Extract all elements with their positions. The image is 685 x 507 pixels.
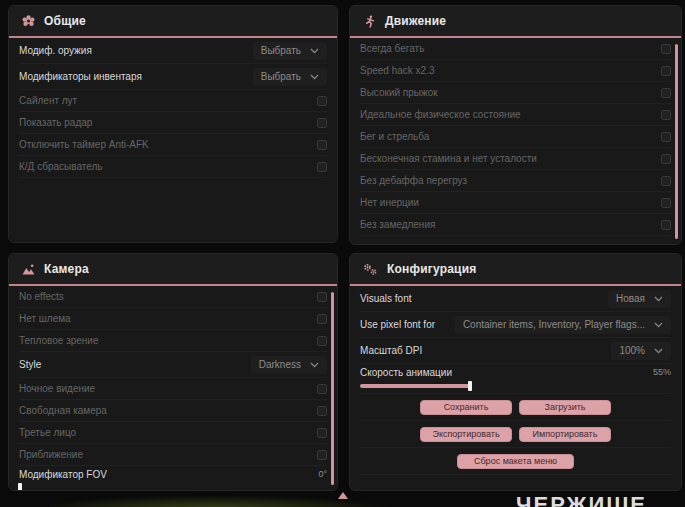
row-label: Идеальное физическое состояние bbox=[360, 109, 521, 120]
picture-icon bbox=[22, 263, 35, 276]
row-label: Style bbox=[19, 359, 41, 370]
settings-row: Speed hack x2.3 bbox=[360, 60, 671, 82]
row-label: Скорость анимации bbox=[360, 367, 452, 378]
checkbox[interactable] bbox=[661, 88, 671, 98]
settings-row: Бесконечная стамина и нет усталости bbox=[360, 148, 671, 170]
checkbox[interactable] bbox=[661, 220, 671, 230]
checkbox[interactable] bbox=[661, 110, 671, 120]
export-button[interactable]: Экспортировать bbox=[420, 427, 512, 442]
reset-menu-layout-button[interactable]: Сброс макета меню bbox=[457, 454, 574, 469]
import-button[interactable]: Импортировать bbox=[519, 427, 611, 442]
gears-icon bbox=[363, 263, 378, 276]
row-label: Бег и стрельба bbox=[360, 131, 429, 142]
row-label: No effects bbox=[19, 291, 64, 302]
slider-handle[interactable] bbox=[18, 483, 22, 492]
panel-general: Общие Модиф. оружияВыбратьМодификаторы и… bbox=[8, 5, 338, 243]
checkbox[interactable] bbox=[317, 428, 327, 438]
settings-row: Показать радар bbox=[19, 112, 327, 134]
slider-row: Скорость анимации55% bbox=[360, 364, 671, 394]
checkbox[interactable] bbox=[317, 96, 327, 106]
row-label: Тепловое зрение bbox=[19, 335, 99, 346]
panel-configuration-header: Конфигурация bbox=[350, 254, 681, 284]
slider-value: 0° bbox=[318, 469, 327, 479]
save-button[interactable]: Сохранить bbox=[420, 400, 512, 415]
slider-handle[interactable] bbox=[468, 381, 472, 391]
pink-triangle-cursor-icon bbox=[338, 492, 348, 499]
settings-row: Без дебаффа перегруз bbox=[360, 170, 671, 192]
scrollbar[interactable] bbox=[331, 292, 334, 485]
dropdown[interactable]: Darkness bbox=[251, 356, 327, 374]
panel-title: Общие bbox=[44, 14, 86, 28]
runner-icon bbox=[363, 15, 376, 28]
game-background-strip: ЧЕРЖИШЕ bbox=[0, 491, 685, 507]
row-label: Отключить таймер Anti-AFK bbox=[19, 139, 149, 150]
button-row: СохранитьЗагрузить bbox=[360, 394, 671, 421]
settings-row: Без замедления bbox=[360, 214, 671, 236]
panel-title: Движение bbox=[385, 14, 446, 28]
background-glow bbox=[50, 494, 410, 507]
scrollbar[interactable] bbox=[675, 44, 678, 239]
checkbox[interactable] bbox=[317, 336, 327, 346]
checkbox[interactable] bbox=[661, 154, 671, 164]
settings-row: StyleDarkness bbox=[19, 352, 327, 378]
panel-configuration: Конфигурация Visuals fontНоваяUse pixel … bbox=[349, 253, 682, 491]
checkbox[interactable] bbox=[317, 162, 327, 172]
row-label: Высокий прыжок bbox=[360, 87, 438, 98]
dropdown[interactable]: Container items, Inventory, Player flags… bbox=[455, 316, 671, 334]
flower-icon bbox=[22, 15, 35, 28]
row-label: Speed hack x2.3 bbox=[360, 65, 435, 76]
checkbox[interactable] bbox=[317, 384, 327, 394]
row-label: Третье лицо bbox=[19, 427, 76, 438]
row-label: Масштаб DPI bbox=[360, 345, 422, 356]
slider[interactable] bbox=[19, 483, 219, 492]
checkbox[interactable] bbox=[317, 314, 327, 324]
checkbox[interactable] bbox=[317, 406, 327, 416]
settings-row: Сайлент лут bbox=[19, 90, 327, 112]
row-label: Модиф. оружия bbox=[19, 45, 92, 56]
checkbox[interactable] bbox=[661, 44, 671, 54]
slider-row: Модификатор FOV0° bbox=[19, 466, 327, 491]
panel-title: Конфигурация bbox=[387, 262, 476, 276]
panel-camera: Камера No effectsНет шлемаТепловое зрени… bbox=[8, 253, 338, 491]
dropdown[interactable]: Выбрать bbox=[253, 68, 327, 86]
row-label: Модификаторы инвентаря bbox=[19, 71, 142, 82]
panel-camera-header: Камера bbox=[9, 254, 337, 284]
dropdown[interactable]: Новая bbox=[608, 290, 671, 308]
settings-row: Нет шлема bbox=[19, 308, 327, 330]
checkbox[interactable] bbox=[317, 292, 327, 302]
dropdown[interactable]: 100% bbox=[611, 342, 671, 360]
panel-general-header: Общие bbox=[9, 6, 337, 36]
load-button[interactable]: Загрузить bbox=[519, 400, 611, 415]
row-label: Нет шлема bbox=[19, 313, 71, 324]
settings-row: Масштаб DPI100% bbox=[360, 338, 671, 364]
panel-movement: Движение Всегда бегатьSpeed hack x2.3Выс… bbox=[349, 5, 682, 245]
row-label: Показать радар bbox=[19, 117, 92, 128]
checkbox[interactable] bbox=[661, 66, 671, 76]
slider[interactable] bbox=[360, 381, 560, 391]
row-label: Без замедления bbox=[360, 219, 435, 230]
settings-row: Ночное видение bbox=[19, 378, 327, 400]
chevron-down-icon bbox=[310, 48, 319, 54]
settings-row: Свободная камера bbox=[19, 400, 327, 422]
settings-row: Модиф. оружияВыбрать bbox=[19, 38, 327, 64]
checkbox[interactable] bbox=[317, 140, 327, 150]
row-label: Свободная камера bbox=[19, 405, 107, 416]
chevron-down-icon bbox=[654, 322, 663, 328]
panel-movement-header: Движение bbox=[350, 6, 681, 36]
row-label: Без дебаффа перегруз bbox=[360, 175, 467, 186]
dropdown[interactable]: Выбрать bbox=[253, 42, 327, 60]
settings-row: Use pixel font forContainer items, Inven… bbox=[360, 312, 671, 338]
chevron-down-icon bbox=[654, 296, 663, 302]
settings-row: Идеальное физическое состояние bbox=[360, 104, 671, 126]
settings-row: Модификаторы инвентаряВыбрать bbox=[19, 64, 327, 90]
checkbox[interactable] bbox=[661, 132, 671, 142]
checkbox[interactable] bbox=[317, 450, 327, 460]
chevron-down-icon bbox=[654, 348, 663, 354]
row-label: Модификатор FOV bbox=[19, 469, 107, 480]
checkbox[interactable] bbox=[661, 176, 671, 186]
row-label: Бесконечная стамина и нет усталости bbox=[360, 153, 537, 164]
checkbox[interactable] bbox=[661, 198, 671, 208]
panel-title: Камера bbox=[44, 262, 89, 276]
checkbox[interactable] bbox=[317, 118, 327, 128]
settings-row: Третье лицо bbox=[19, 422, 327, 444]
